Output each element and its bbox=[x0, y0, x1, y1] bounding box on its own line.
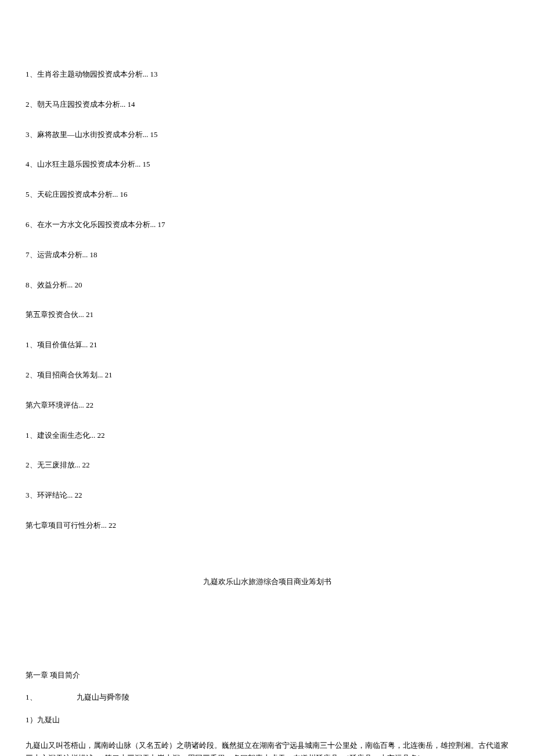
section-number: 1、 bbox=[26, 692, 37, 704]
toc-item: 2、项目招商合伙筹划... 21 bbox=[26, 369, 508, 381]
toc-item: 7、运营成本分析... 18 bbox=[26, 249, 508, 261]
toc-item: 1、建设全面生态化... 22 bbox=[26, 430, 508, 442]
toc-item: 1、生肖谷主题动物园投资成本分析... 13 bbox=[26, 69, 508, 81]
chapter-heading: 第一章 项目简介 bbox=[26, 669, 508, 682]
toc-item: 2、无三废排放... 22 bbox=[26, 459, 508, 471]
toc-item: 2、朝天马庄园投资成本分析... 14 bbox=[26, 99, 508, 111]
section-heading: 1、九嶷山与舜帝陵 bbox=[26, 692, 508, 704]
toc-chapter: 第六章环境评估... 22 bbox=[26, 399, 508, 412]
section-title: 九嶷山与舜帝陵 bbox=[77, 693, 129, 701]
subsection-heading: 1）九疑山 bbox=[26, 714, 508, 726]
toc-item: 8、效益分析... 20 bbox=[26, 279, 508, 291]
toc-item: 4、山水狂主题乐园投资成本分析... 15 bbox=[26, 159, 508, 171]
toc-item: 5、天砣庄园投资成本分析... 16 bbox=[26, 189, 508, 201]
toc-item: 3、环评结论... 22 bbox=[26, 489, 508, 502]
toc-item: 3、麻将故里—山水街投资成本分析... 15 bbox=[26, 129, 508, 141]
document-title: 九嶷欢乐山水旅游综合项目商业筹划书 bbox=[26, 576, 508, 588]
body-paragraph: 九嶷山又叫苍梧山，属南岭山脉（又名五岭）之萌诸岭段。巍然挺立在湖南省宁远县城南三… bbox=[26, 739, 508, 756]
toc-chapter: 第七章项目可行性分析... 22 bbox=[26, 520, 508, 532]
toc-item: 1、项目价值估算... 21 bbox=[26, 339, 508, 351]
toc-chapter: 第五章投资合伙... 21 bbox=[26, 309, 508, 321]
toc-item: 6、在水一方水文化乐园投资成本分析... 17 bbox=[26, 219, 508, 231]
